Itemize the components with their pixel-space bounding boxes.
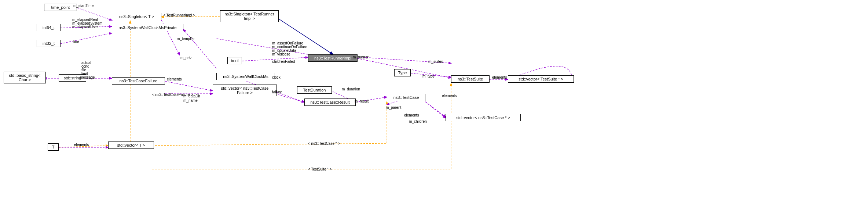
label-elements-testsuite: elements: [492, 75, 507, 79]
label-m-verbose: m_verbose: [272, 52, 290, 56]
node-int32: int32_t: [37, 40, 61, 47]
label-clock: clock: [272, 75, 281, 79]
label-m-datadir: m_dataDir: [183, 94, 200, 98]
node-testcase-failure: ns3::TestCaseFailure: [112, 77, 165, 85]
node-type: Type: [394, 69, 411, 76]
label-elements-testcase: elements: [404, 113, 419, 117]
svg-line-25: [183, 29, 216, 68]
label-testsuite-ptr: < TestSuite * >: [308, 167, 332, 171]
node-std-vector-testcase: std::vector< ns3::TestCase * >: [446, 114, 521, 121]
node-std-basic-string: std::basic_string<Char >: [4, 72, 46, 83]
label-m-parent: m_parent: [386, 105, 401, 110]
label-testrunnerimpl-impl: < TestRunnerImpl >: [163, 13, 195, 17]
node-time-point: time_point: [44, 4, 77, 11]
diagram-container: time_point int64_t int32_t std::basic_st…: [0, 0, 868, 197]
label-m-name: m_name: [183, 98, 198, 103]
node-systemwallclock: ns3::SystemWallClockMs: [216, 73, 275, 80]
label-m-type: m_type: [422, 74, 435, 78]
svg-line-21: [152, 143, 387, 146]
label-m-duration: m_duration: [342, 87, 360, 91]
node-testcase-result: ns3::TestCase::Result: [304, 98, 356, 106]
label-childrenfailed: childrenFailed: [272, 60, 295, 64]
node-testsuite: ns3::TestSuite: [451, 75, 490, 83]
label-elements-failure: elements: [167, 77, 182, 81]
node-singleton-testrunner: ns3::Singleton< TestRunnerImpl >: [220, 10, 279, 22]
node-singleton-t: ns3::Singleton< T >: [112, 13, 161, 20]
label-elements-T: elements: [74, 143, 89, 147]
label-ns3-testcase-ptr: < ns3::TestCase * >: [308, 142, 340, 146]
node-T: T: [48, 143, 59, 151]
label-message: message: [80, 75, 95, 79]
label-m-priv: m_priv: [180, 56, 191, 60]
node-testrunnerimpl: ns3::TestRunnerImpl: [308, 54, 358, 62]
label-failure: failure: [272, 90, 282, 94]
label-m-children: m_children: [409, 119, 427, 123]
svg-line-2: [61, 33, 112, 44]
node-systemwallclock-private: ns3::SystemWallClockMsPrivate: [112, 24, 183, 31]
node-testcase: ns3::TestCase: [387, 94, 425, 101]
svg-line-14: [425, 102, 446, 117]
label-m-starttime: m_startTime: [73, 4, 94, 8]
svg-line-8: [275, 94, 304, 102]
label-m-tempdir: m_tempDir: [177, 37, 195, 41]
node-int64: int64_t: [37, 24, 61, 31]
label-m-elapseduser: m_elapsedUser: [72, 25, 98, 29]
label-m-runner: m_runner: [353, 55, 369, 59]
label-m-suites: m_suites: [428, 60, 443, 64]
label-elements-vec: elements: [442, 94, 457, 98]
svg-line-29: [425, 102, 446, 118]
node-testduration: TestDuration: [297, 86, 332, 94]
svg-line-5: [165, 81, 213, 91]
node-bool: bool: [227, 57, 242, 64]
label-line: line: [73, 40, 79, 44]
node-std-vector-testsuite: std::vector< TestSuite * >: [508, 75, 574, 83]
node-std-vector-failure: std::vector< ns3::TestCaseFailure >: [213, 85, 277, 96]
label-m-result: m_result: [355, 99, 369, 103]
node-std-vector-T: std::vector< T >: [108, 142, 154, 149]
